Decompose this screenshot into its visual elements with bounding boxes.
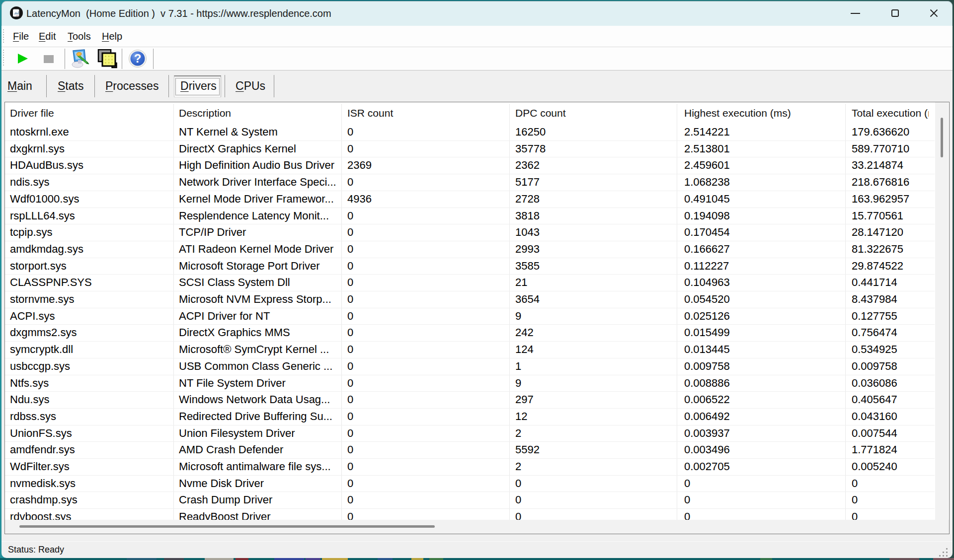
svg-text:?: ? [134, 52, 142, 65]
